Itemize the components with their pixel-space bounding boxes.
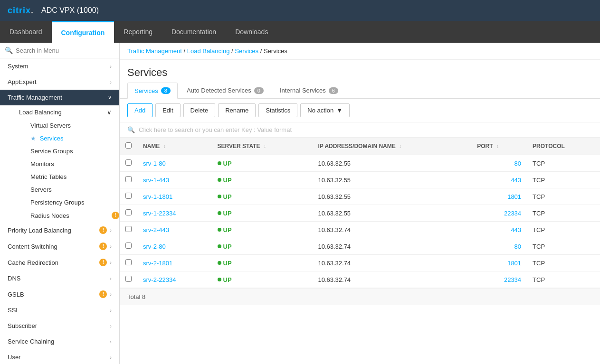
sort-icon[interactable]: ↕ bbox=[264, 144, 266, 149]
nav-tab-documentation[interactable]: Documentation bbox=[162, 21, 226, 43]
header-server-state: SERVER STATE ↕ bbox=[212, 138, 313, 155]
row-state: UP bbox=[212, 271, 313, 288]
row-port: 443 bbox=[471, 172, 527, 188]
nav-tab-dashboard[interactable]: Dashboard bbox=[0, 21, 52, 43]
row-checkbox-cell[interactable] bbox=[120, 155, 137, 172]
sidebar-item-gslb[interactable]: GSLB ! › bbox=[0, 286, 119, 302]
row-checkbox-cell[interactable] bbox=[120, 205, 137, 222]
nav-tab-reporting[interactable]: Reporting bbox=[114, 21, 162, 43]
row-protocol: TCP bbox=[527, 205, 600, 222]
row-checkbox-cell[interactable] bbox=[120, 222, 137, 238]
sidebar-item-monitors[interactable]: Monitors bbox=[11, 158, 119, 170]
tab-services-badge: 8 bbox=[161, 87, 171, 94]
row-checkbox[interactable] bbox=[125, 243, 132, 249]
add-button[interactable]: Add bbox=[127, 103, 152, 117]
chevron-right-icon: › bbox=[110, 64, 112, 69]
table-footer: Total 8 bbox=[120, 288, 600, 305]
row-checkbox[interactable] bbox=[125, 276, 132, 282]
sidebar-item-plb[interactable]: Priority Load Balancing ! › bbox=[0, 222, 119, 238]
sort-icon[interactable]: ↕ bbox=[496, 144, 499, 149]
row-checkbox-cell[interactable] bbox=[120, 255, 137, 271]
row-protocol: TCP bbox=[527, 172, 600, 188]
sidebar-item-appexpert[interactable]: AppExpert › bbox=[0, 74, 119, 90]
row-checkbox-cell[interactable] bbox=[120, 271, 137, 288]
sidebar-item-services[interactable]: ★ Services bbox=[11, 132, 119, 145]
row-name: srv-2-80 bbox=[137, 238, 212, 255]
table-search[interactable]: 🔍 Click here to search or you can enter … bbox=[120, 122, 600, 138]
tab-auto-label: Auto Detected Services bbox=[187, 87, 251, 94]
search-box[interactable]: 🔍 bbox=[0, 43, 119, 58]
sidebar-item-system[interactable]: System › bbox=[0, 58, 119, 74]
sidebar-item-servers[interactable]: Servers bbox=[11, 183, 119, 196]
header-ip: IP ADDRESS/DOMAIN NAME ↕ bbox=[312, 138, 471, 155]
sidebar-item-subscriber[interactable]: Subscriber › bbox=[0, 318, 119, 334]
sidebar-item-user[interactable]: User › bbox=[0, 349, 119, 364]
chevron-right-icon: › bbox=[110, 260, 112, 265]
dropdown-icon: ▼ bbox=[336, 107, 343, 114]
row-ip: 10.63.32.74 bbox=[312, 255, 471, 271]
nav-tab-downloads[interactable]: Downloads bbox=[226, 21, 277, 43]
sidebar-item-cache-redirection[interactable]: Cache Redirection ! › bbox=[0, 254, 119, 271]
no-action-button[interactable]: No action ▼ bbox=[300, 103, 350, 117]
select-all-checkbox[interactable] bbox=[125, 142, 132, 149]
sidebar-item-dns[interactable]: DNS › bbox=[0, 271, 119, 286]
row-name: srv-2-1801 bbox=[137, 255, 212, 271]
tab-auto-detected[interactable]: Auto Detected Services 0 bbox=[180, 83, 271, 98]
row-checkbox-cell[interactable] bbox=[120, 188, 137, 205]
row-ip: 10.63.32.55 bbox=[312, 205, 471, 222]
warning-icon: ! bbox=[99, 226, 107, 234]
sidebar-item-cr-label: Cache Redirection bbox=[8, 259, 58, 266]
row-port: 22334 bbox=[471, 271, 527, 288]
sidebar-item-content-switching[interactable]: Content Switching ! › bbox=[0, 238, 119, 254]
sidebar: 🔍 System › AppExpert › Traffic Managemen… bbox=[0, 43, 120, 364]
row-checkbox-cell[interactable] bbox=[120, 172, 137, 188]
row-name: srv-1-443 bbox=[137, 172, 212, 188]
edit-button[interactable]: Edit bbox=[155, 103, 180, 117]
delete-button[interactable]: Delete bbox=[183, 103, 216, 117]
breadcrumb-load-balancing[interactable]: Load Balancing bbox=[187, 47, 230, 55]
rename-button[interactable]: Rename bbox=[218, 103, 256, 117]
chevron-right-icon: › bbox=[110, 355, 112, 360]
row-checkbox[interactable] bbox=[125, 176, 132, 182]
sidebar-item-load-balancing[interactable]: Load Balancing ∨ bbox=[11, 105, 119, 119]
sidebar-item-persistency-groups[interactable]: Persistency Groups bbox=[11, 196, 119, 209]
row-checkbox[interactable] bbox=[125, 209, 132, 215]
content-tabs: Services 8 Auto Detected Services 0 Inte… bbox=[120, 83, 600, 99]
sidebar-item-pg-label: Persistency Groups bbox=[30, 199, 84, 206]
sidebar-item-service-chaining[interactable]: Service Chaining › bbox=[0, 334, 119, 349]
breadcrumb-traffic-management[interactable]: Traffic Management bbox=[127, 47, 182, 55]
row-checkbox[interactable] bbox=[125, 193, 132, 199]
header-checkbox-col bbox=[120, 138, 137, 155]
row-name: srv-2-443 bbox=[137, 222, 212, 238]
sidebar-item-virtual-servers[interactable]: Virtual Servers bbox=[11, 119, 119, 132]
tab-services[interactable]: Services 8 bbox=[127, 83, 178, 99]
breadcrumb-services[interactable]: Services bbox=[235, 47, 258, 55]
sidebar-item-traffic-management[interactable]: Traffic Management ∨ bbox=[0, 90, 119, 105]
row-checkbox[interactable] bbox=[125, 259, 132, 265]
tab-internal-badge: 6 bbox=[329, 87, 338, 94]
chevron-right-icon: › bbox=[110, 308, 112, 313]
row-protocol: TCP bbox=[527, 271, 600, 288]
sort-icon[interactable]: ↕ bbox=[399, 144, 401, 149]
chevron-right-icon: › bbox=[110, 79, 112, 85]
sidebar-item-metric-tables[interactable]: Metric Tables bbox=[11, 170, 119, 183]
row-protocol: TCP bbox=[527, 155, 600, 172]
chevron-right-icon: › bbox=[110, 323, 112, 329]
sidebar-item-radius-nodes[interactable]: Radius Nodes ! bbox=[11, 209, 119, 222]
toolbar: Add Edit Delete Rename Statistics No act… bbox=[120, 99, 600, 122]
row-state: UP bbox=[212, 205, 313, 222]
sidebar-item-ssl[interactable]: SSL › bbox=[0, 302, 119, 318]
search-input[interactable] bbox=[16, 47, 114, 54]
statistics-button[interactable]: Statistics bbox=[258, 103, 297, 117]
sidebar-item-service-groups[interactable]: Service Groups bbox=[11, 145, 119, 158]
sort-icon[interactable]: ↕ bbox=[163, 144, 166, 149]
row-checkbox-cell[interactable] bbox=[120, 238, 137, 255]
sidebar-item-sc-label: Service Chaining bbox=[8, 338, 54, 345]
row-checkbox[interactable] bbox=[125, 159, 132, 166]
row-state: UP bbox=[212, 188, 313, 205]
tab-internal[interactable]: Internal Services 6 bbox=[273, 83, 345, 98]
row-ip: 10.63.32.55 bbox=[312, 172, 471, 188]
nav-tab-configuration[interactable]: Configuration bbox=[52, 21, 114, 43]
chevron-down-icon: ∨ bbox=[108, 94, 112, 101]
row-checkbox[interactable] bbox=[125, 226, 132, 232]
